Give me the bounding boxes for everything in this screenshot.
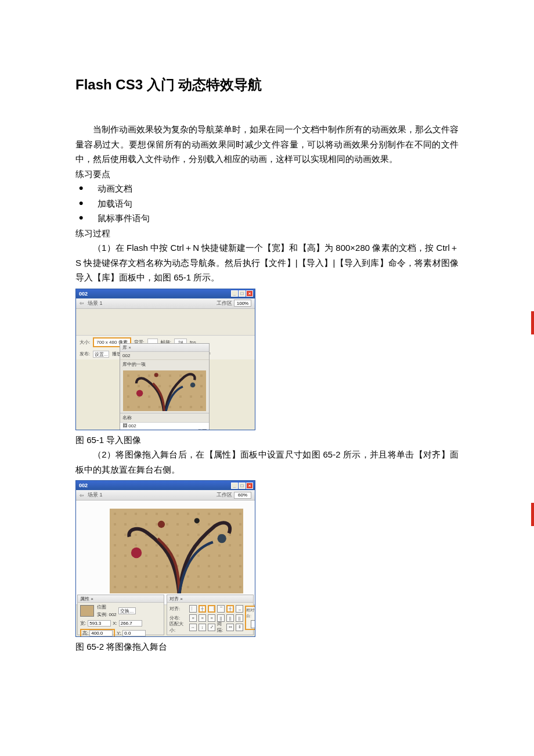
- maximize-button[interactable]: □: [239, 483, 246, 489]
- page-title: Flash CS3 入门 动态特效导航: [75, 75, 459, 94]
- minimize-button[interactable]: _: [231, 290, 238, 297]
- scene-toolbar: ⇦ 场景 1 工作区: [76, 490, 255, 501]
- svg-point-3: [131, 548, 142, 558]
- instance-label: 实例: 002: [97, 611, 117, 618]
- match-row-label: 匹配大小:: [169, 621, 188, 633]
- library-footer: 使用: [120, 429, 209, 430]
- scene-label[interactable]: 场景 1: [88, 300, 103, 307]
- scene-label[interactable]: 场景 1: [88, 491, 103, 499]
- window-buttons: _ □ ×: [231, 290, 253, 297]
- dist-vcenter-icon[interactable]: ≡: [199, 614, 206, 622]
- width-label: 宽:: [80, 620, 86, 627]
- close-button[interactable]: ×: [246, 290, 253, 297]
- window-titlebar: 002 _ □ ×: [76, 481, 255, 490]
- library-item[interactable]: 🖼 002: [120, 422, 209, 429]
- library-panel-header[interactable]: 库 ×: [120, 344, 209, 352]
- library-preview: [123, 370, 206, 411]
- library-use-button[interactable]: 使用: [199, 429, 207, 430]
- zoom-field[interactable]: [234, 492, 251, 499]
- align-header[interactable]: 对齐 ×: [167, 595, 253, 603]
- process-heading: 练习过程: [75, 226, 459, 241]
- library-panel: 库 × 002 库中的一项 名称: [120, 343, 210, 430]
- window-buttons: _ □ ×: [231, 483, 253, 489]
- x-label: X:: [113, 621, 117, 626]
- x-field[interactable]: [119, 620, 142, 627]
- figure-2-caption: 图 65-2 将图像拖入舞台: [75, 639, 459, 654]
- match-height-icon[interactable]: ↕: [199, 624, 206, 631]
- scene-toolbar: ⇦ 场景 1 工作区: [76, 298, 255, 309]
- close-button[interactable]: ×: [246, 483, 253, 489]
- svg-point-6: [194, 518, 200, 523]
- workspace-label[interactable]: 工作区: [217, 300, 232, 307]
- step-1-text: （1）在 Flash 中按 Ctrl＋N 快捷键新建一个【宽】和【高】为 800…: [75, 240, 459, 285]
- distribute-row-label: 分布:: [169, 615, 188, 621]
- y-label: Y:: [117, 631, 121, 636]
- size-label: 大小:: [80, 339, 90, 345]
- artwork-swirl: [123, 370, 206, 411]
- bitmap-label: 位图: [97, 604, 106, 610]
- intro-paragraph: 当制作动画效果较为复杂的导航菜单时，如果在同一个文档中制作所有的动画效果，那么文…: [75, 122, 459, 167]
- align-left-icon[interactable]: ⎸: [189, 605, 197, 613]
- column-name[interactable]: 名称: [122, 415, 132, 421]
- step-2-text: （2）将图像拖入舞台后，在【属性】面板中设置尺寸如图 65-2 所示，并且将单击…: [75, 447, 459, 477]
- space-h-icon[interactable]: ⇔: [226, 624, 234, 631]
- figure-1-caption: 图 65-1 导入图像: [75, 433, 459, 448]
- align-vcenter-icon[interactable]: ┼: [226, 605, 234, 613]
- stage-icon: [251, 620, 255, 628]
- stage-area: [76, 501, 255, 605]
- document-page: Flash CS3 入门 动态特效导航 当制作动画效果较为复杂的导航菜单时，如果…: [0, 0, 534, 654]
- space-label: 间隔:: [217, 621, 225, 633]
- match-both-icon[interactable]: ⤢: [208, 624, 215, 631]
- align-panel: 对齐 × 对齐: ⎸ ┼ ⎹ ⎺ ┼ ⎽ 相对于舞台: 分布: ≡ ≡: [167, 595, 254, 635]
- list-item: 动画文档: [75, 181, 459, 196]
- library-doc-name[interactable]: 002: [120, 352, 209, 360]
- list-item: 加载语句: [75, 196, 459, 211]
- properties-header[interactable]: 属性 ×: [78, 595, 164, 603]
- side-mark-2: [531, 503, 534, 526]
- window-title: 002: [79, 483, 88, 488]
- minimize-button[interactable]: _: [231, 483, 238, 489]
- library-list-header: 名称: [120, 413, 209, 422]
- zoom-field[interactable]: [234, 300, 251, 307]
- bottom-panels: 属性 × 位图 实例: 002 交换... 宽: X:: [76, 595, 255, 636]
- y-field[interactable]: [122, 630, 146, 636]
- figure-2-screenshot: 002 _ □ × ⇦ 场景 1 工作区: [75, 480, 255, 637]
- stage-canvas[interactable]: [110, 509, 243, 593]
- list-item: 鼠标事件语句: [75, 211, 459, 226]
- properties-panel: 属性 × 位图 实例: 002 交换... 宽: X:: [77, 595, 164, 635]
- library-meta: 库中的一项: [120, 360, 209, 369]
- svg-point-4: [218, 534, 226, 543]
- align-right-icon[interactable]: ⎹: [208, 605, 215, 613]
- to-stage-button[interactable]: 相对于舞台:: [245, 606, 255, 630]
- svg-point-0: [136, 390, 143, 396]
- height-highlight: 高:: [80, 629, 115, 637]
- key-points-list: 动画文档 加载语句 鼠标事件语句: [75, 181, 459, 226]
- back-icon[interactable]: ⇦: [80, 492, 84, 498]
- width-field[interactable]: [88, 620, 111, 627]
- maximize-button[interactable]: □: [239, 290, 246, 297]
- dist-right-icon[interactable]: ||: [236, 614, 243, 622]
- back-icon[interactable]: ⇦: [80, 300, 84, 306]
- svg-point-5: [158, 521, 165, 528]
- dist-top-icon[interactable]: ≡: [189, 614, 197, 622]
- stage-area: [76, 309, 255, 336]
- settings-button[interactable]: 设置...: [93, 351, 109, 358]
- dist-bottom-icon[interactable]: ≡: [208, 614, 215, 622]
- dist-hcenter-icon[interactable]: ||: [226, 614, 234, 622]
- bitmap-thumbnail: [80, 605, 94, 617]
- align-hcenter-icon[interactable]: ┼: [199, 605, 206, 613]
- align-bottom-icon[interactable]: ⎽: [236, 605, 243, 613]
- svg-point-1: [190, 382, 196, 387]
- height-label: 高:: [82, 630, 88, 636]
- key-points-heading: 练习要点: [75, 167, 459, 182]
- align-top-icon[interactable]: ⎺: [217, 605, 225, 613]
- publish-label: 发布:: [80, 351, 90, 357]
- swap-button[interactable]: 交换...: [118, 607, 136, 614]
- space-v-icon[interactable]: ⇕: [236, 624, 243, 631]
- svg-point-2: [154, 373, 158, 377]
- figure-1-screenshot: 002 _ □ × ⇦ 场景 1 工作区 大小: 700 x 480 像素 背景…: [75, 289, 255, 430]
- match-width-icon[interactable]: ↔: [189, 624, 197, 631]
- artwork-swirl: [110, 509, 243, 593]
- workspace-label[interactable]: 工作区: [217, 491, 232, 499]
- height-field[interactable]: [89, 630, 113, 636]
